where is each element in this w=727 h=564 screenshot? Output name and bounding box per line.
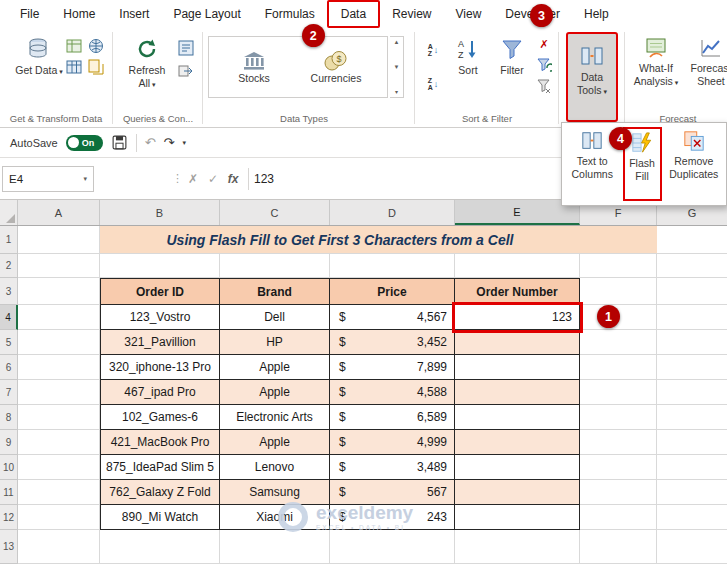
cell[interactable] <box>580 380 657 405</box>
row-header-3[interactable]: 3 <box>0 278 18 305</box>
cell-price[interactable]: $6,589 <box>330 405 455 430</box>
cell[interactable] <box>657 405 727 430</box>
tab-data[interactable]: Data 2 <box>327 0 380 28</box>
column-header-d[interactable]: D <box>330 200 455 225</box>
sort-button[interactable]: A Z Sort <box>448 34 488 108</box>
recent-sources-icon[interactable] <box>88 59 104 75</box>
forecast-sheet-button[interactable]: Forecast Sheet <box>688 34 727 108</box>
table-header-order-number[interactable]: Order Number <box>455 278 580 305</box>
cell[interactable] <box>580 530 657 564</box>
cell[interactable] <box>455 254 580 278</box>
cell[interactable] <box>580 430 657 455</box>
cell-order-number[interactable] <box>455 430 580 455</box>
tab-file[interactable]: File <box>8 0 51 28</box>
cell-order-number[interactable] <box>455 330 580 355</box>
cell[interactable] <box>580 455 657 480</box>
row-header-10[interactable]: 10 <box>0 455 18 480</box>
from-web-icon[interactable] <box>88 38 104 54</box>
cell[interactable] <box>657 330 727 355</box>
tab-page-layout[interactable]: Page Layout <box>161 0 252 28</box>
cell-price[interactable]: $7,899 <box>330 355 455 380</box>
row-header-11[interactable]: 11 <box>0 480 18 505</box>
row-header-8[interactable]: 8 <box>0 405 18 430</box>
column-header-c[interactable]: C <box>220 200 330 225</box>
table-header-brand[interactable]: Brand <box>220 278 330 305</box>
cell-price[interactable]: $4,567 <box>330 305 455 330</box>
cell-price[interactable]: $4,999 <box>330 430 455 455</box>
cell[interactable] <box>580 355 657 380</box>
cell[interactable] <box>580 480 657 505</box>
row-header-7[interactable]: 7 <box>0 380 18 405</box>
tab-review[interactable]: Review <box>380 0 443 28</box>
reapply-filter-button[interactable] <box>536 57 552 73</box>
get-data-button[interactable]: Get Data▾ <box>14 34 64 108</box>
cell[interactable] <box>18 530 100 564</box>
cell-brand[interactable]: Lenovo <box>220 455 330 480</box>
cell[interactable] <box>18 505 100 530</box>
filter-button[interactable]: Filter <box>492 34 532 108</box>
column-header-b[interactable]: B <box>100 200 220 225</box>
cell-order-number[interactable] <box>455 455 580 480</box>
cell-order-id[interactable]: 123_Vostro <box>100 305 220 330</box>
stocks-button[interactable]: Stocks <box>213 39 295 95</box>
cell[interactable] <box>18 254 100 278</box>
tab-home[interactable]: Home <box>51 0 107 28</box>
cell[interactable] <box>657 455 727 480</box>
cell-order-number[interactable] <box>455 505 580 530</box>
row-header-12[interactable]: 12 <box>0 505 18 530</box>
from-table-icon[interactable] <box>66 59 82 75</box>
name-box[interactable]: E4 ▾ <box>2 166 94 192</box>
cell-order-id[interactable]: 875_IdeaPad Slim 5 <box>100 455 220 480</box>
cell-order-id[interactable]: 320_iphone-13 Pro <box>100 355 220 380</box>
cell[interactable] <box>330 530 455 564</box>
undo-button[interactable]: ↶ <box>145 135 156 150</box>
customize-toolbar-icon[interactable]: ▾ <box>183 139 187 147</box>
data-tools-button[interactable]: Data Tools▾ <box>566 32 618 122</box>
cell[interactable] <box>657 355 727 380</box>
cell-price[interactable]: $3,452 <box>330 330 455 355</box>
cell-order-number[interactable] <box>455 380 580 405</box>
cell-brand[interactable]: Dell <box>220 305 330 330</box>
cell[interactable] <box>100 254 220 278</box>
cell-price[interactable]: $243 <box>330 505 455 530</box>
sheet-title-band[interactable]: Using Flash Fill to Get First 3 Characte… <box>100 226 657 254</box>
table-header-order-id[interactable]: Order ID <box>100 278 220 305</box>
cell[interactable] <box>18 455 100 480</box>
cell[interactable] <box>18 330 100 355</box>
row-header-6[interactable]: 6 <box>0 355 18 380</box>
select-all-corner[interactable] <box>0 200 18 225</box>
what-if-analysis-button[interactable]: What-If Analysis▾ <box>628 34 684 108</box>
row-header-2[interactable]: 2 <box>0 254 18 278</box>
gallery-scroll-up-icon[interactable]: ▲ <box>394 39 400 45</box>
cell[interactable] <box>18 355 100 380</box>
gallery-scroll-down-icon[interactable]: ▼ <box>394 64 400 70</box>
cell[interactable] <box>657 480 727 505</box>
cell[interactable] <box>657 430 727 455</box>
cell[interactable] <box>100 530 220 564</box>
cell[interactable] <box>657 530 727 564</box>
save-button[interactable] <box>111 134 128 151</box>
cell[interactable] <box>657 254 727 278</box>
cell-order-id[interactable]: 102_Games-6 <box>100 405 220 430</box>
cell-brand[interactable]: Xiaomi <box>220 505 330 530</box>
autosave-toggle[interactable]: On <box>66 135 103 151</box>
row-header-9[interactable]: 9 <box>0 430 18 455</box>
cell-order-number[interactable] <box>455 355 580 380</box>
formula-input[interactable]: 123 <box>254 172 274 186</box>
cell-brand[interactable]: HP <box>220 330 330 355</box>
from-text-icon[interactable] <box>66 38 82 54</box>
cell[interactable] <box>580 330 657 355</box>
cell[interactable] <box>18 405 100 430</box>
cell-order-number-active[interactable]: 123 <box>455 305 580 330</box>
row-header-13[interactable]: 13 <box>0 530 18 564</box>
cell[interactable] <box>580 254 657 278</box>
column-header-a[interactable]: A <box>18 200 100 225</box>
cell[interactable] <box>580 278 657 305</box>
cell[interactable] <box>18 278 100 305</box>
cell[interactable] <box>657 380 727 405</box>
advanced-filter-button[interactable] <box>536 78 552 94</box>
cell[interactable] <box>580 405 657 430</box>
edit-links-icon[interactable] <box>178 63 194 79</box>
cell[interactable] <box>18 380 100 405</box>
row-header-1[interactable]: 1 <box>0 226 18 254</box>
